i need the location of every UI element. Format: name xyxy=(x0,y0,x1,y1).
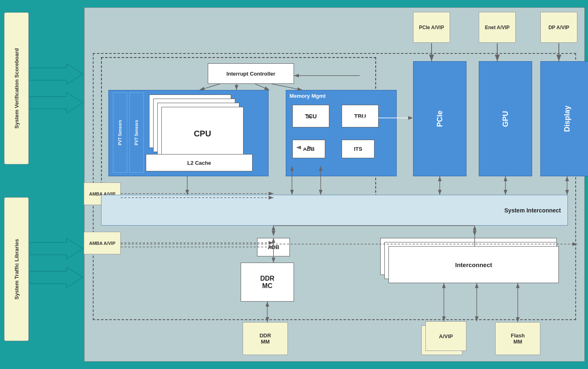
system-verification-sidebar: System Verification Scoreboard xyxy=(4,12,29,164)
tcu-block: TCU xyxy=(292,105,329,127)
teal-arrow-verification-svg xyxy=(30,64,83,84)
interrupt-controller-block: Interrupt Controller xyxy=(208,63,294,84)
teal-arrow-traffic-2 xyxy=(30,267,83,288)
pcie-block: PCIe xyxy=(413,61,466,176)
cpu-main-block: CPU xyxy=(161,107,243,160)
pcie-avip-label: PCIe A/VIP xyxy=(419,25,444,30)
ddr-mc-block: DDR MC xyxy=(241,263,294,302)
gpu-block: GPU xyxy=(479,61,532,176)
flash-mm-block: Flash MM xyxy=(495,322,540,355)
pcie-avip-block: PCIe A/VIP xyxy=(413,12,450,43)
its-label: ITS xyxy=(354,146,362,152)
system-interconnect-label: System Interconnect xyxy=(504,207,561,214)
adb-bottom-label: ADB xyxy=(268,244,279,250)
gpu-label: GPU xyxy=(501,111,510,127)
avip-label: A/VIP xyxy=(439,333,453,339)
pvt-sensor-1: PVT Sensors xyxy=(113,92,127,173)
svg-marker-3 xyxy=(30,267,83,288)
tbu-block: TBU xyxy=(342,105,379,127)
system-traffic-sidebar: System Traffic Libraries xyxy=(4,197,29,341)
enet-avip-label: Enet A/VIP xyxy=(485,25,510,30)
main-diagram-area: PCIe A/VIP Enet A/VIP DP A/VIP PCIe GPU … xyxy=(84,7,585,362)
ddr-mm-label: DDR MM xyxy=(260,332,271,345)
teal-arrow-verification-2-svg xyxy=(30,92,83,113)
teal-arrow-verification-2 xyxy=(30,92,83,113)
l2-cache-block: L2 Cache xyxy=(146,154,253,171)
interrupt-controller-label: Interrupt Controller xyxy=(226,71,275,77)
amba-avip-bottom-label: AMBA A/VIP xyxy=(89,241,115,246)
adb-bottom-block: ADB xyxy=(257,238,290,256)
tbu-label: TBU xyxy=(354,113,366,120)
enet-avip-block: Enet A/VIP xyxy=(479,12,516,43)
adb-top-label: ADB xyxy=(303,146,315,152)
interconnect-label: Interconnect xyxy=(455,261,492,268)
teal-arrow-verification-1 xyxy=(30,64,83,84)
dp-avip-label: DP A/VIP xyxy=(549,25,570,30)
display-block: Display xyxy=(540,61,588,176)
pvt-sensor-2-label: PVT Sensors xyxy=(134,120,139,145)
teal-arrow-traffic-1-svg xyxy=(30,238,83,259)
ddr-mm-block: DDR MM xyxy=(243,322,288,355)
display-label: Display xyxy=(563,106,572,132)
interconnect-main-block: Interconnect xyxy=(388,246,559,283)
svg-marker-2 xyxy=(30,238,83,259)
its-block: ITS xyxy=(342,140,374,158)
memory-mgmt-block: Memory Mgmt TCU TBU ADB ITS xyxy=(286,90,397,176)
pvt-sensor-2: PVT Sensors xyxy=(129,92,144,173)
l2-cache-label: L2 Cache xyxy=(187,160,211,166)
avip-stack-1: A/VIP xyxy=(425,321,466,351)
teal-arrow-traffic-2-svg xyxy=(30,267,83,288)
tcu-label: TCU xyxy=(305,113,317,120)
adb-top-block: ADB xyxy=(292,140,325,158)
ddr-mc-label: DDR MC xyxy=(260,275,275,290)
teal-arrow-traffic-1 xyxy=(30,238,83,259)
pvt-sensor-1-label: PVT Sensors xyxy=(118,120,122,145)
pcie-label: PCIe xyxy=(436,111,444,127)
amba-avip-bottom-block: AMBA A/VIP xyxy=(84,232,121,254)
cpu-label: CPU xyxy=(194,129,211,138)
dp-avip-block: DP A/VIP xyxy=(540,12,577,43)
system-traffic-label: System Traffic Libraries xyxy=(14,239,20,299)
flash-mm-label: Flash MM xyxy=(511,332,525,345)
svg-marker-0 xyxy=(30,64,83,84)
system-interconnect-bar: System Interconnect xyxy=(101,195,568,226)
svg-marker-1 xyxy=(30,92,83,113)
system-verification-label: System Verification Scoreboard xyxy=(14,48,20,129)
memory-mgmt-label: Memory Mgmt xyxy=(289,93,326,99)
cpu-cluster-block: PVT Sensors PVT Sensors CPU L2 Cache xyxy=(108,90,269,176)
